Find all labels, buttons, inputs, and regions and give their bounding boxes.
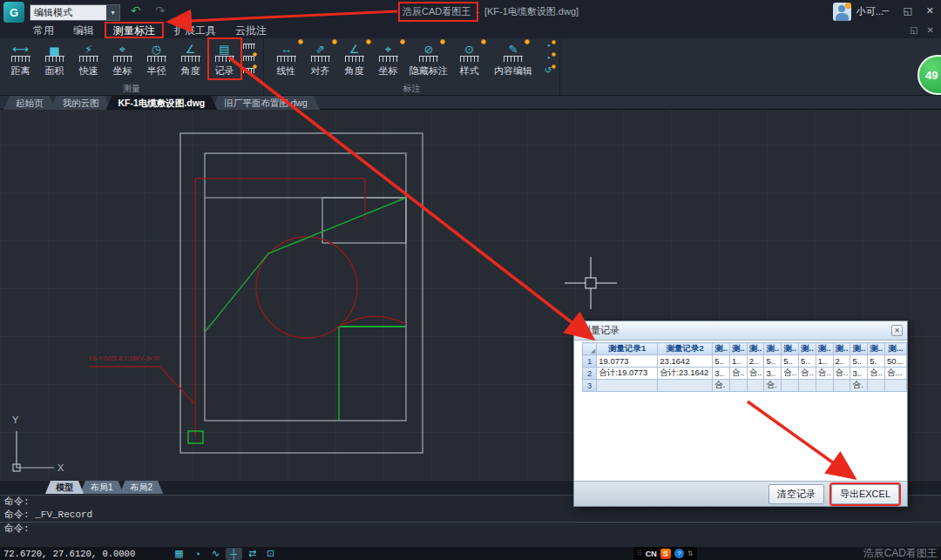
curve-arrow-icon[interactable]: ↺	[540, 64, 556, 76]
table-cell[interactable]: 合...	[884, 368, 906, 380]
ime-help-icon[interactable]: ?	[674, 549, 684, 558]
table-cell[interactable]: 合计:19.0773	[597, 368, 658, 380]
table-cell[interactable]: 3..	[850, 368, 868, 380]
column-header[interactable]: 测..	[833, 343, 850, 355]
layout-tab-1[interactable]: 布局1	[80, 481, 124, 494]
layout-tab-2[interactable]: 布局2	[120, 481, 164, 494]
table-cell[interactable]: 2..	[747, 355, 764, 368]
coordinate-dim-button[interactable]: ⌖ 坐标	[371, 38, 405, 82]
mini-ruler-vip-icon[interactable]	[241, 52, 257, 64]
row-number[interactable]: 1	[583, 355, 597, 368]
table-cell[interactable]: 3..	[713, 368, 730, 380]
layout-tab-model[interactable]: 模型	[45, 481, 84, 494]
undo-icon[interactable]: ↶	[131, 3, 141, 17]
table-cell[interactable]	[747, 380, 764, 392]
mini-ruler-icon[interactable]	[241, 40, 257, 51]
table-cell[interactable]: 2..	[833, 355, 850, 368]
table-cell[interactable]: 50...	[884, 355, 906, 368]
flip-icon[interactable]: ⇄	[244, 548, 261, 560]
table-cell[interactable]: 23.1642	[658, 355, 713, 368]
table-cell[interactable]	[799, 380, 816, 392]
table-cell[interactable]: 5.	[868, 355, 885, 368]
table-cell[interactable]	[782, 380, 799, 392]
table-cell[interactable]: 5..	[713, 355, 730, 368]
column-header[interactable]: 测..	[799, 343, 816, 355]
user-avatar[interactable]	[833, 3, 851, 21]
table-cell[interactable]	[597, 380, 658, 392]
linear-dim-button[interactable]: ↔ 线性	[269, 38, 303, 82]
quick-measure-button[interactable]: ⚡ 快速	[71, 38, 105, 82]
table-cell[interactable]: 合..	[747, 368, 764, 380]
tab-common[interactable]: 常用	[26, 24, 61, 38]
gauge-icon[interactable]: ◔	[540, 40, 556, 51]
table-corner[interactable]	[583, 343, 597, 355]
edit-mode-dropdown[interactable]: 编辑模式 ▾	[30, 4, 120, 21]
table-cell[interactable]: 合..	[799, 368, 816, 380]
doc-tab-my-cloud[interactable]: 我的云图	[51, 96, 112, 110]
ime-expand-icon[interactable]: ⇅	[687, 550, 694, 557]
angle-button[interactable]: ∠ 角度	[173, 38, 207, 82]
snap-crosshair-icon[interactable]: ┼	[226, 548, 242, 560]
command-input-line[interactable]: 命令:	[0, 523, 941, 536]
column-header[interactable]: 测..	[868, 343, 885, 355]
table-cell[interactable]	[868, 380, 885, 392]
clear-records-button[interactable]: 清空记录	[768, 484, 824, 504]
export-excel-button[interactable]: 导出EXCEL	[831, 484, 899, 504]
polyline-mode-icon[interactable]: ∿	[207, 548, 224, 560]
table-cell[interactable]: 1..	[816, 355, 833, 368]
tab-edit[interactable]: 编辑	[66, 24, 101, 38]
table-cell[interactable]: 合..	[833, 368, 850, 380]
column-header[interactable]: 测..	[747, 343, 764, 355]
table-cell[interactable]	[816, 380, 833, 392]
gauge-icon-2[interactable]: ◔	[540, 52, 556, 64]
record-button[interactable]: ▤ 记录	[207, 38, 241, 82]
distance-button[interactable]: ⟷ 距离	[3, 38, 37, 82]
hide-dim-button[interactable]: ⊘ 隐藏标注	[405, 38, 452, 82]
table-cell[interactable]: 合.	[764, 380, 782, 392]
table-cell[interactable]: 19.0773	[597, 355, 658, 368]
tab-cloud-annotation[interactable]: 云批注	[228, 24, 274, 38]
ime-toolbar[interactable]: ⠿ CN S ? ⇅	[633, 547, 697, 560]
table-cell[interactable]: 5..	[850, 355, 868, 368]
doc-tab-old-plant-dwg[interactable]: 旧厂平面布置图.dwg	[212, 96, 320, 110]
sogou-logo-icon[interactable]: S	[660, 549, 671, 559]
user-area[interactable]: 小可...	[833, 3, 883, 21]
row-number[interactable]: 2	[583, 368, 597, 380]
area-button[interactable]: ▅ 面积	[37, 38, 71, 82]
table-cell[interactable]: 合..	[816, 368, 833, 380]
grid-toggle-icon[interactable]: ▦	[171, 548, 187, 560]
table-cell[interactable]: 3..	[764, 368, 782, 380]
table-cell[interactable]: 合..	[868, 368, 885, 380]
redo-icon[interactable]: ↷	[155, 3, 166, 17]
column-header[interactable]: 测...	[884, 343, 906, 355]
dialog-title-bar[interactable]: 测量记录	[574, 321, 907, 341]
row-number[interactable]: 3	[583, 380, 597, 392]
zoom-time-icon[interactable]: ◔	[189, 548, 206, 560]
table-cell[interactable]: 5..	[764, 355, 782, 368]
column-header[interactable]: 测量记录1	[597, 343, 658, 355]
ime-drag-handle-icon[interactable]: ⠿	[637, 550, 642, 557]
column-header[interactable]: 测..	[816, 343, 833, 355]
aligned-dim-button[interactable]: ⇗ 对齐	[303, 38, 337, 82]
dim-style-button[interactable]: ⊙ 样式	[452, 38, 486, 82]
table-cell[interactable]: 5..	[799, 355, 816, 368]
column-header[interactable]: 测..	[850, 343, 868, 355]
tab-measure-annotate[interactable]: 测量标注	[106, 24, 162, 38]
angle-dim-button[interactable]: ∠ 角度	[337, 38, 371, 82]
zoom-extents-icon[interactable]: ⊡	[262, 548, 279, 560]
mdi-restore-button[interactable]: ◱	[910, 25, 917, 35]
coordinate-button[interactable]: ⌖ 坐标	[105, 38, 139, 82]
tab-extension-tools[interactable]: 扩展工具	[167, 24, 223, 38]
close-button[interactable]: ✕	[926, 5, 934, 17]
mini-ruler-vip-icon-2[interactable]	[241, 64, 257, 76]
table-cell[interactable]	[833, 380, 850, 392]
doc-tab-start-page[interactable]: 起始页	[3, 96, 56, 110]
table-cell[interactable]: 1..	[729, 355, 747, 368]
mdi-close-button[interactable]: ✕	[927, 25, 934, 35]
table-cell[interactable]: 合..	[729, 368, 747, 380]
table-cell[interactable]	[729, 380, 747, 392]
column-header[interactable]: 测..	[782, 343, 799, 355]
column-header[interactable]: 测..	[764, 343, 782, 355]
table-cell[interactable]: 合计:23.1642	[658, 368, 713, 380]
radius-button[interactable]: ◷ 半径	[139, 38, 173, 82]
